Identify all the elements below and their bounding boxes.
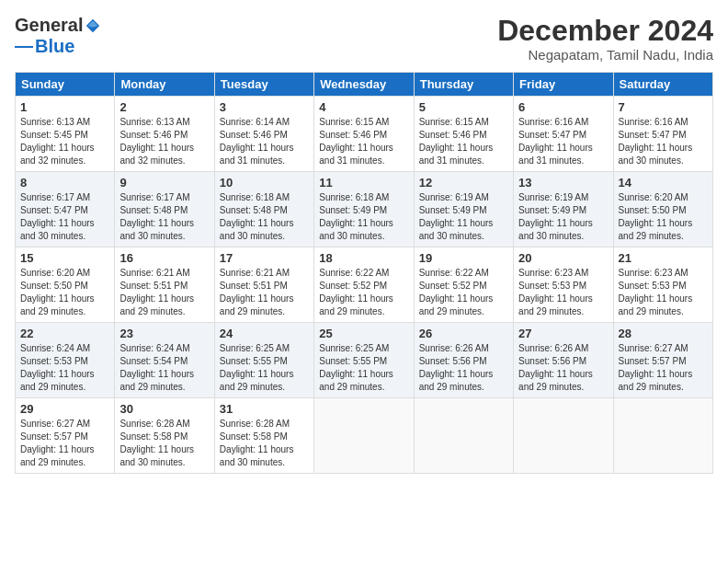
day-number: 11: [319, 176, 408, 190]
calendar-cell: [414, 398, 513, 474]
logo-general-text: General: [15, 15, 83, 36]
cell-info: Sunrise: 6:25 AMSunset: 5:55 PMDaylight:…: [319, 342, 408, 394]
day-number: 28: [619, 327, 708, 340]
calendar-cell: 2Sunrise: 6:13 AMSunset: 5:46 PMDaylight…: [115, 97, 214, 172]
calendar-week-row: 15Sunrise: 6:20 AMSunset: 5:50 PMDayligh…: [16, 247, 713, 323]
calendar-cell: 12Sunrise: 6:19 AMSunset: 5:49 PMDayligh…: [414, 172, 513, 247]
calendar-header-saturday: Saturday: [613, 73, 712, 97]
calendar-week-row: 22Sunrise: 6:24 AMSunset: 5:53 PMDayligh…: [16, 323, 713, 398]
day-number: 6: [518, 100, 608, 114]
calendar-cell: 30Sunrise: 6:28 AMSunset: 5:58 PMDayligh…: [115, 398, 214, 474]
day-number: 13: [518, 176, 608, 190]
cell-info: Sunrise: 6:13 AMSunset: 5:46 PMDaylight:…: [119, 116, 209, 167]
month-title: December 2024: [497, 15, 713, 47]
cell-info: Sunrise: 6:15 AMSunset: 5:46 PMDaylight:…: [319, 116, 408, 167]
calendar-cell: 25Sunrise: 6:25 AMSunset: 5:55 PMDayligh…: [314, 323, 414, 398]
cell-info: Sunrise: 6:19 AMSunset: 5:49 PMDaylight:…: [419, 191, 508, 243]
cell-info: Sunrise: 6:27 AMSunset: 5:57 PMDaylight:…: [619, 342, 708, 394]
calendar-week-row: 29Sunrise: 6:27 AMSunset: 5:57 PMDayligh…: [16, 398, 713, 474]
cell-info: Sunrise: 6:18 AMSunset: 5:48 PMDaylight:…: [220, 191, 309, 243]
day-number: 8: [20, 176, 109, 190]
calendar-cell: 22Sunrise: 6:24 AMSunset: 5:53 PMDayligh…: [16, 323, 115, 398]
day-number: 22: [20, 327, 109, 340]
day-number: 1: [20, 100, 109, 114]
cell-info: Sunrise: 6:14 AMSunset: 5:46 PMDaylight:…: [220, 116, 309, 167]
calendar-cell: 13Sunrise: 6:19 AMSunset: 5:49 PMDayligh…: [514, 172, 613, 247]
day-number: 14: [619, 176, 708, 190]
cell-info: Sunrise: 6:26 AMSunset: 5:56 PMDaylight:…: [419, 342, 508, 394]
day-number: 30: [119, 402, 209, 416]
cell-info: Sunrise: 6:28 AMSunset: 5:58 PMDaylight:…: [220, 418, 309, 469]
day-number: 5: [419, 100, 508, 114]
calendar-cell: [314, 398, 414, 474]
calendar-body: 1Sunrise: 6:13 AMSunset: 5:45 PMDaylight…: [16, 97, 713, 474]
cell-info: Sunrise: 6:20 AMSunset: 5:50 PMDaylight:…: [20, 267, 109, 318]
calendar-cell: 7Sunrise: 6:16 AMSunset: 5:47 PMDaylight…: [613, 97, 712, 172]
day-number: 31: [220, 402, 309, 416]
cell-info: Sunrise: 6:23 AMSunset: 5:53 PMDaylight:…: [619, 267, 708, 318]
calendar-header-row: SundayMondayTuesdayWednesdayThursdayFrid…: [16, 73, 713, 97]
calendar-cell: 26Sunrise: 6:26 AMSunset: 5:56 PMDayligh…: [414, 323, 513, 398]
calendar-cell: 11Sunrise: 6:18 AMSunset: 5:49 PMDayligh…: [314, 172, 414, 247]
cell-info: Sunrise: 6:17 AMSunset: 5:48 PMDaylight:…: [119, 191, 209, 243]
cell-info: Sunrise: 6:13 AMSunset: 5:45 PMDaylight:…: [20, 116, 109, 167]
calendar-cell: 27Sunrise: 6:26 AMSunset: 5:56 PMDayligh…: [514, 323, 613, 398]
cell-info: Sunrise: 6:23 AMSunset: 5:53 PMDaylight:…: [518, 267, 608, 318]
calendar-cell: 23Sunrise: 6:24 AMSunset: 5:54 PMDayligh…: [115, 323, 214, 398]
day-number: 16: [119, 251, 209, 265]
day-number: 20: [518, 251, 608, 265]
day-number: 7: [619, 100, 708, 114]
cell-info: Sunrise: 6:19 AMSunset: 5:49 PMDaylight:…: [518, 191, 608, 243]
calendar-cell: [613, 398, 712, 474]
calendar-cell: 6Sunrise: 6:16 AMSunset: 5:47 PMDaylight…: [514, 97, 613, 172]
calendar-cell: 21Sunrise: 6:23 AMSunset: 5:53 PMDayligh…: [613, 247, 712, 323]
calendar-cell: 17Sunrise: 6:21 AMSunset: 5:51 PMDayligh…: [214, 247, 313, 323]
calendar-cell: 18Sunrise: 6:22 AMSunset: 5:52 PMDayligh…: [314, 247, 414, 323]
calendar-cell: 3Sunrise: 6:14 AMSunset: 5:46 PMDaylight…: [214, 97, 313, 172]
calendar-cell: 31Sunrise: 6:28 AMSunset: 5:58 PMDayligh…: [214, 398, 313, 474]
logo: General Blue: [15, 15, 101, 57]
day-number: 9: [119, 176, 209, 190]
day-number: 18: [319, 251, 408, 265]
calendar-cell: 8Sunrise: 6:17 AMSunset: 5:47 PMDaylight…: [16, 172, 115, 247]
cell-info: Sunrise: 6:16 AMSunset: 5:47 PMDaylight:…: [518, 116, 608, 167]
logo-blue-text: Blue: [35, 36, 74, 57]
calendar-week-row: 1Sunrise: 6:13 AMSunset: 5:45 PMDaylight…: [16, 97, 713, 172]
day-number: 15: [20, 251, 109, 265]
day-number: 17: [220, 251, 309, 265]
logo-icon: [85, 17, 101, 34]
calendar-cell: 29Sunrise: 6:27 AMSunset: 5:57 PMDayligh…: [16, 398, 115, 474]
day-number: 26: [419, 327, 508, 340]
day-number: 4: [319, 100, 408, 114]
calendar-cell: 24Sunrise: 6:25 AMSunset: 5:55 PMDayligh…: [214, 323, 313, 398]
cell-info: Sunrise: 6:24 AMSunset: 5:53 PMDaylight:…: [20, 342, 109, 394]
day-number: 12: [419, 176, 508, 190]
calendar-cell: 1Sunrise: 6:13 AMSunset: 5:45 PMDaylight…: [16, 97, 115, 172]
cell-info: Sunrise: 6:15 AMSunset: 5:46 PMDaylight:…: [419, 116, 508, 167]
calendar-week-row: 8Sunrise: 6:17 AMSunset: 5:47 PMDaylight…: [16, 172, 713, 247]
calendar-cell: 14Sunrise: 6:20 AMSunset: 5:50 PMDayligh…: [613, 172, 712, 247]
day-number: 24: [220, 327, 309, 340]
cell-info: Sunrise: 6:17 AMSunset: 5:47 PMDaylight:…: [20, 191, 109, 243]
calendar: SundayMondayTuesdayWednesdayThursdayFrid…: [15, 72, 713, 474]
day-number: 21: [619, 251, 708, 265]
calendar-cell: 4Sunrise: 6:15 AMSunset: 5:46 PMDaylight…: [314, 97, 414, 172]
page: General Blue December 2024 Negapatam, Ta…: [0, 0, 728, 563]
day-number: 25: [319, 327, 408, 340]
cell-info: Sunrise: 6:21 AMSunset: 5:51 PMDaylight:…: [119, 267, 209, 318]
day-number: 10: [220, 176, 309, 190]
header: General Blue December 2024 Negapatam, Ta…: [15, 15, 713, 63]
cell-info: Sunrise: 6:24 AMSunset: 5:54 PMDaylight:…: [119, 342, 209, 394]
calendar-header-friday: Friday: [514, 73, 613, 97]
day-number: 3: [220, 100, 309, 114]
cell-info: Sunrise: 6:20 AMSunset: 5:50 PMDaylight:…: [619, 191, 708, 243]
calendar-cell: 15Sunrise: 6:20 AMSunset: 5:50 PMDayligh…: [16, 247, 115, 323]
calendar-cell: 10Sunrise: 6:18 AMSunset: 5:48 PMDayligh…: [214, 172, 313, 247]
day-number: 2: [119, 100, 209, 114]
cell-info: Sunrise: 6:27 AMSunset: 5:57 PMDaylight:…: [20, 418, 109, 469]
calendar-cell: 20Sunrise: 6:23 AMSunset: 5:53 PMDayligh…: [514, 247, 613, 323]
cell-info: Sunrise: 6:18 AMSunset: 5:49 PMDaylight:…: [319, 191, 408, 243]
cell-info: Sunrise: 6:26 AMSunset: 5:56 PMDaylight:…: [518, 342, 608, 394]
calendar-header-monday: Monday: [115, 73, 214, 97]
cell-info: Sunrise: 6:21 AMSunset: 5:51 PMDaylight:…: [220, 267, 309, 318]
